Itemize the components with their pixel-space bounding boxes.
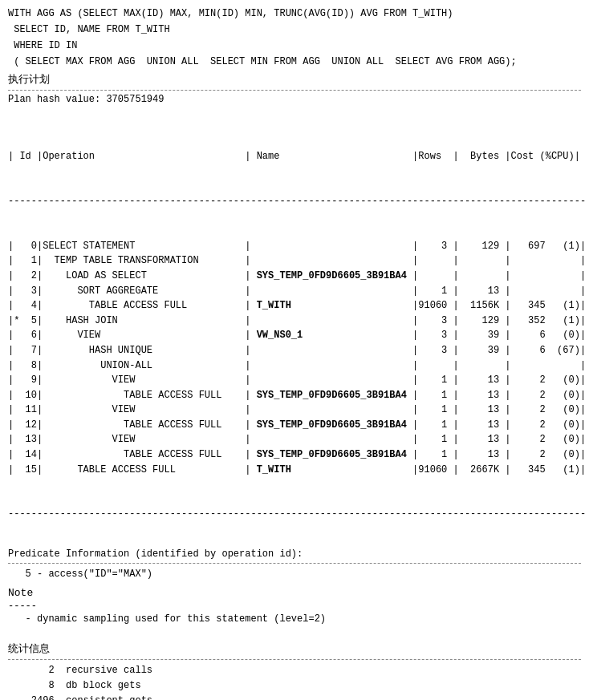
table-row: |* 5| HASH JOIN | | 3 | 129 | 352 (1)| [8,314,581,329]
predicate-content: 5 - access("ID"="MAX") [8,567,581,582]
divider-1 [8,90,581,91]
sql-line2: SELECT ID, NAME FROM T_WITH [8,22,581,37]
stats-title: 统计信息 [8,641,581,656]
stats-items: 2 recursive calls 8 db block gets 2496 c… [8,663,581,700]
list-item: 8 db block gets [8,678,581,694]
table-row: | 9| VIEW | | 1 | 13 | 2 (0)| [8,373,581,388]
table-row: | 11| VIEW | | 1 | 13 | 2 (0)| [8,403,581,418]
table-row: | 15| TABLE ACCESS FULL | T_WITH |91060 … [8,463,581,478]
sql-line3: WHERE ID IN [8,38,581,53]
list-item: 2496 consistent gets [8,694,581,700]
plan-rows: | 0|SELECT STATEMENT | | 3 | 129 | 697 (… [8,239,581,478]
sql-line1: WITH AGG AS (SELECT MAX(ID) MAX, MIN(ID)… [8,6,581,21]
table-row: | 14| TABLE ACCESS FULL | SYS_TEMP_0FD9D… [8,447,581,463]
exec-title: 执行计划 [8,72,581,87]
sql-line4: ( SELECT MAX FROM AGG UNION ALL SELECT M… [8,55,581,69]
sql-code: WITH AGG AS (SELECT MAX(ID) MAX, MIN(ID)… [8,6,581,69]
plan-table: | Id |Operation | Name |Rows | Bytes |Co… [8,119,581,537]
list-item: 2 recursive calls [8,663,581,678]
table-row: | 12| TABLE ACCESS FULL | SYS_TEMP_0FD9D… [8,418,581,433]
plan-sep-top: ----------------------------------------… [8,194,581,209]
table-row: | 6| VIEW | VW_NS0_1 | 3 | 39 | 6 (0)| [8,328,581,343]
table-row: | 8| UNION-ALL | | | | | [8,358,581,374]
table-row: | 2| LOAD AS SELECT | SYS_TEMP_0FD9D6605… [8,269,581,284]
table-row: | 0|SELECT STATEMENT | | 3 | 129 | 697 (… [8,239,581,254]
predicate-title: Predicate Information (identified by ope… [8,548,581,560]
table-row: | 10| TABLE ACCESS FULL | SYS_TEMP_0FD9D… [8,388,581,403]
note-content: - dynamic sampling used for this stateme… [8,612,581,627]
table-row: | 3| SORT AGGREGATE | | 1 | 13 | | [8,284,581,299]
note-dashes: ----- [8,601,581,612]
table-row: | 1| TEMP TABLE TRANSFORMATION | | | | | [8,253,581,269]
plan-header: | Id |Operation | Name |Rows | Bytes |Co… [8,149,581,164]
plan-hash: Plan hash value: 3705751949 [8,94,581,105]
table-row: | 13| VIEW | | 1 | 13 | 2 (0)| [8,432,581,447]
note-title: Note [8,587,581,599]
table-row: | 7| HASH UNIQUE | | 3 | 39 | 6 (67)| [8,343,581,358]
table-row: | 4| TABLE ACCESS FULL | T_WITH |91060 |… [8,298,581,314]
plan-sep-bottom: ----------------------------------------… [8,507,581,522]
divider-2 [8,563,581,564]
divider-3 [8,659,581,660]
